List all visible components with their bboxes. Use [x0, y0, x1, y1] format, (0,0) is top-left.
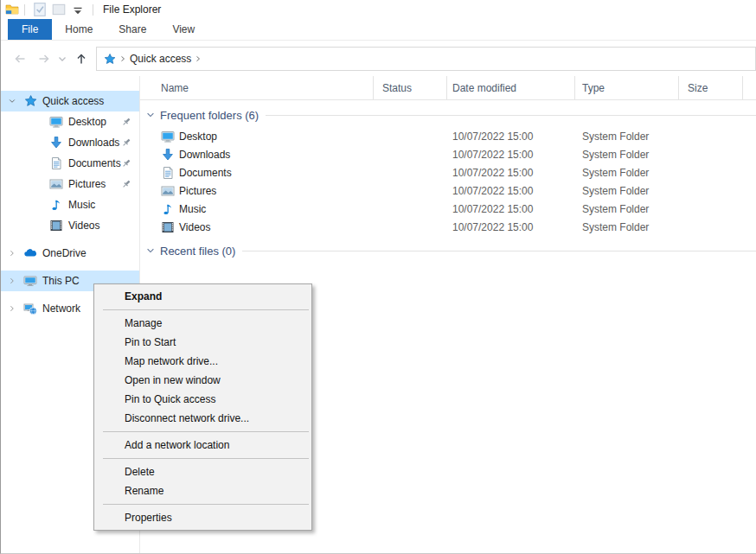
file-name: Videos: [179, 221, 210, 233]
context-menu: ExpandManagePin to StartMap network driv…: [93, 283, 312, 531]
tab-home[interactable]: Home: [52, 19, 106, 40]
file-explorer-logo-icon: [5, 3, 19, 16]
music-icon: [49, 198, 63, 212]
sidebar-item-label: Downloads: [68, 137, 119, 149]
chevron-down-icon[interactable]: [8, 97, 16, 105]
file-type: System Folder: [575, 131, 679, 143]
file-type: System Folder: [575, 149, 679, 161]
sidebar-item-label: Music: [68, 199, 95, 211]
pin-icon[interactable]: [120, 116, 132, 128]
file-row-pictures[interactable]: Pictures10/07/2022 15:00System Folder: [140, 181, 756, 200]
sidebar-item-quick-access[interactable]: Quick access: [1, 91, 139, 111]
desktop-icon: [161, 130, 175, 143]
pin-icon[interactable]: [120, 157, 132, 169]
menu-item-add-a-network-location[interactable]: Add a network location: [94, 436, 311, 455]
videos-icon: [161, 220, 175, 234]
history-chevron-icon[interactable]: [58, 52, 67, 66]
file-row-downloads[interactable]: Downloads10/07/2022 15:00System Folder: [140, 145, 756, 163]
back-icon[interactable]: [13, 52, 27, 66]
tab-share[interactable]: Share: [106, 19, 159, 40]
menu-item-rename[interactable]: Rename: [94, 481, 311, 500]
sidebar-item-onedrive[interactable]: OneDrive: [1, 243, 139, 264]
onedrive-icon: [23, 246, 37, 260]
menu-item-expand[interactable]: Expand: [94, 287, 311, 306]
forward-icon[interactable]: [37, 52, 51, 66]
menu-separator: [103, 504, 309, 505]
sidebar-item-documents[interactable]: Documents: [1, 153, 139, 174]
chevron-right-icon[interactable]: [8, 249, 16, 258]
group-rule: [242, 251, 756, 252]
downloads-icon: [161, 148, 175, 162]
title-bar: File Explorer: [1, 0, 756, 19]
file-date-modified: 10/07/2022 15:00: [447, 221, 575, 233]
file-name: Downloads: [179, 149, 230, 161]
pin-icon[interactable]: [120, 178, 132, 190]
menu-item-map-network-drive[interactable]: Map network drive...: [94, 352, 311, 371]
file-row-music[interactable]: Music10/07/2022 15:00System Folder: [140, 200, 756, 218]
column-header-status[interactable]: Status: [374, 76, 447, 99]
sidebar-item-videos[interactable]: Videos: [1, 215, 139, 236]
quick-access-star-icon: [103, 53, 116, 66]
group-rule: [266, 115, 756, 116]
column-header-size[interactable]: Size: [679, 76, 743, 99]
breadcrumb-chevron-icon[interactable]: [119, 54, 127, 64]
file-name: Music: [179, 203, 206, 215]
navigation-bar: Quick access: [1, 41, 756, 77]
sidebar-item-music[interactable]: Music: [1, 194, 139, 215]
quick-access-star-icon: [23, 94, 37, 108]
sidebar-item-label: Documents: [68, 157, 121, 169]
breadcrumb-quick-access[interactable]: Quick access: [130, 53, 191, 65]
menu-item-open-in-new-window[interactable]: Open in new window: [94, 371, 311, 390]
window-title: File Explorer: [103, 3, 161, 16]
file-row-documents[interactable]: Documents10/07/2022 15:00System Folder: [140, 163, 756, 181]
column-header-type[interactable]: Type: [575, 76, 679, 99]
column-header-date-modified[interactable]: Date modified: [447, 76, 575, 99]
tab-view[interactable]: View: [159, 19, 208, 40]
chevron-right-icon[interactable]: [8, 304, 16, 313]
chevron-down-icon[interactable]: [145, 245, 156, 256]
menu-item-disconnect-network-drive[interactable]: Disconnect network drive...: [94, 409, 311, 428]
menu-separator: [103, 309, 309, 310]
file-type: System Folder: [575, 203, 679, 215]
group-header-frequent-folders[interactable]: Frequent folders (6): [140, 106, 756, 124]
videos-icon: [49, 219, 63, 232]
up-icon[interactable]: [74, 52, 88, 66]
menu-separator: [103, 431, 309, 432]
menu-item-pin-to-start[interactable]: Pin to Start: [94, 333, 311, 352]
pin-icon[interactable]: [120, 137, 132, 149]
breadcrumb-chevron-icon[interactable]: [194, 54, 202, 64]
sidebar-item-label: Desktop: [68, 116, 106, 128]
menu-item-properties[interactable]: Properties: [94, 508, 311, 527]
chevron-down-icon[interactable]: [145, 110, 156, 120]
menu-item-pin-to-quick-access[interactable]: Pin to Quick access: [94, 390, 311, 409]
file-type: System Folder: [575, 167, 679, 179]
file-row-desktop[interactable]: Desktop10/07/2022 15:00System Folder: [140, 127, 756, 145]
file-date-modified: 10/07/2022 15:00: [447, 167, 575, 179]
network-icon: [23, 302, 37, 315]
group-label: Recent files (0): [160, 245, 235, 258]
file-explorer-window: File Explorer File Home Share View Quick…: [0, 0, 756, 554]
address-bar[interactable]: Quick access: [96, 47, 756, 71]
sidebar-item-desktop[interactable]: Desktop: [1, 111, 139, 132]
sidebar-item-downloads[interactable]: Downloads: [1, 132, 139, 153]
sidebar-item-label: Quick access: [42, 95, 104, 107]
documents-icon: [161, 166, 175, 180]
tab-file[interactable]: File: [8, 19, 52, 40]
qat-customize-dropdown-icon[interactable]: [70, 2, 86, 17]
column-header-row: Name Status Date modified Type Size: [140, 76, 756, 100]
sidebar-item-pictures[interactable]: Pictures: [1, 174, 139, 194]
qat-properties-icon[interactable]: [32, 2, 48, 17]
group-label: Frequent folders (6): [160, 109, 259, 122]
file-date-modified: 10/07/2022 15:00: [447, 185, 575, 197]
menu-item-delete[interactable]: Delete: [94, 462, 311, 481]
separator: [93, 4, 93, 16]
group-header-recent-files[interactable]: Recent files (0): [140, 242, 756, 259]
column-header-name[interactable]: Name: [140, 76, 374, 99]
file-date-modified: 10/07/2022 15:00: [447, 149, 575, 161]
chevron-right-icon[interactable]: [8, 277, 16, 285]
file-name: Pictures: [179, 185, 216, 197]
menu-item-manage[interactable]: Manage: [94, 314, 311, 333]
file-row-videos[interactable]: Videos10/07/2022 15:00System Folder: [140, 218, 756, 236]
ribbon-tab-bar: File Home Share View: [1, 19, 756, 41]
qat-new-folder-icon[interactable]: [51, 2, 67, 17]
